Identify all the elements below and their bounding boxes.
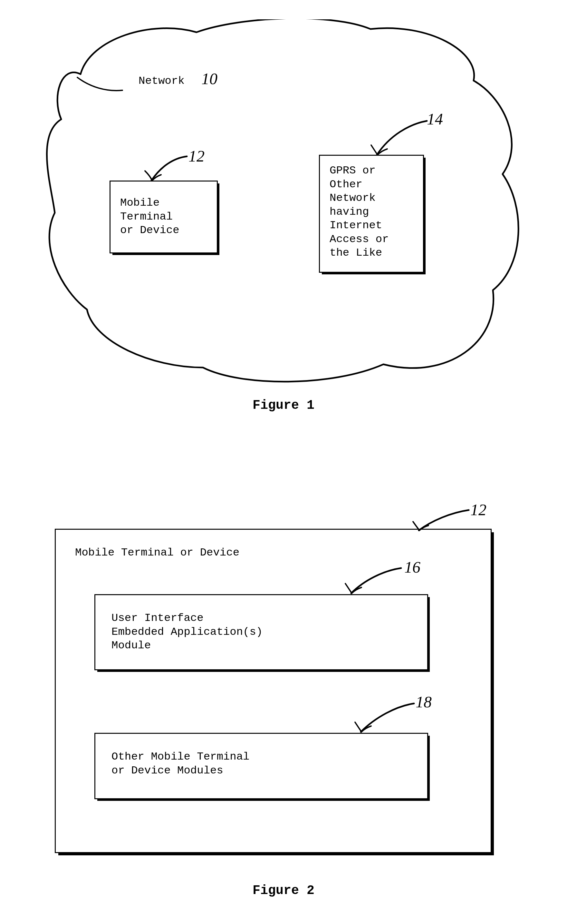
page: Network 10 Mobile Terminal or Device 12 … <box>0 0 567 924</box>
ref-16: 16 <box>404 558 420 576</box>
figure-2: Mobile Terminal or Device User Interface… <box>42 497 525 916</box>
box-14-text: GPRS or Other Network having Internet Ac… <box>330 164 389 260</box>
figure-1-caption: Figure 1 <box>42 398 525 419</box>
network-label: Network <box>138 74 184 88</box>
ref-18: 18 <box>416 692 432 711</box>
figure-1: Network 10 Mobile Terminal or Device 12 … <box>42 20 525 416</box>
outer-title: Mobile Terminal or Device <box>75 546 239 560</box>
box-gprs-14: GPRS or Other Network having Internet Ac… <box>319 155 424 273</box>
box-16-text: User Interface Embedded Application(s) M… <box>111 611 262 653</box>
ref-14: 14 <box>427 110 443 128</box>
box-outer-12: Mobile Terminal or Device User Interface… <box>55 529 492 853</box>
box-12-text: Mobile Terminal or Device <box>120 196 180 237</box>
ref-outer-12: 12 <box>470 500 486 519</box>
box-18-text: Other Mobile Terminal or Device Modules <box>111 750 249 777</box>
box-ui-module-16: User Interface Embedded Application(s) M… <box>94 594 428 670</box>
figure-2-caption: Figure 2 <box>42 883 525 898</box>
box-mobile-terminal-12: Mobile Terminal or Device <box>110 181 218 253</box>
leader-14 <box>364 113 435 158</box>
network-ref-10: 10 <box>201 69 218 88</box>
box-other-modules-18: Other Mobile Terminal or Device Modules <box>94 733 428 799</box>
ref-12: 12 <box>189 147 205 166</box>
